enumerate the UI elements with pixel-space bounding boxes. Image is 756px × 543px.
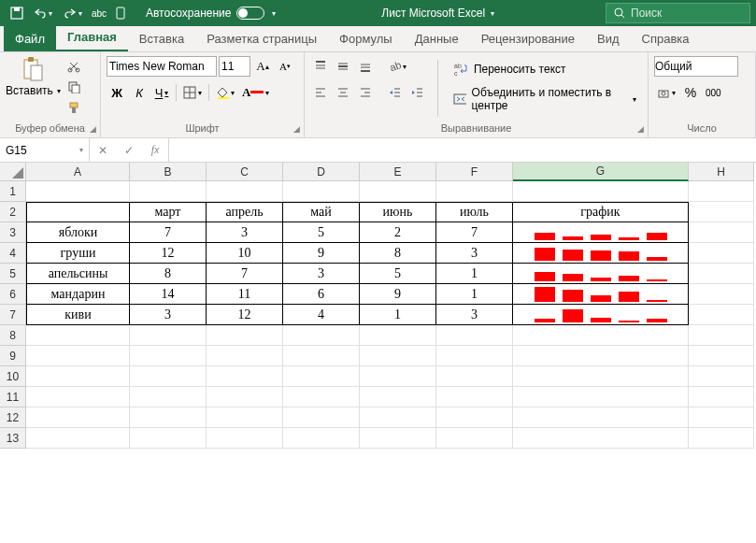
font-name-select[interactable] — [107, 56, 217, 77]
cell-B3[interactable]: 7 — [130, 222, 207, 243]
cell-E6[interactable]: 9 — [360, 284, 436, 305]
cell-B2[interactable]: март — [130, 202, 207, 222]
cell-B5[interactable]: 8 — [130, 264, 207, 284]
tab-layout[interactable]: Разметка страницы — [195, 26, 328, 51]
cell-B12[interactable] — [130, 407, 207, 428]
cell-D6[interactable]: 6 — [283, 284, 360, 305]
cell-D13[interactable] — [283, 428, 360, 449]
cell-C11[interactable] — [207, 387, 283, 407]
cell-D5[interactable]: 3 — [283, 264, 360, 284]
bold-button[interactable]: Ж — [107, 82, 127, 103]
cell-B13[interactable] — [130, 428, 207, 449]
column-header-E[interactable]: E — [360, 163, 436, 181]
row-header-8[interactable]: 8 — [0, 325, 26, 346]
cell-E8[interactable] — [360, 325, 436, 346]
cell-C9[interactable] — [207, 346, 283, 366]
align-bottom-icon[interactable] — [355, 56, 376, 77]
row-header-13[interactable]: 13 — [0, 428, 26, 449]
row-header-2[interactable]: 2 — [0, 202, 26, 222]
cell-D2[interactable]: май — [283, 202, 360, 222]
cell-F7[interactable]: 3 — [436, 305, 513, 325]
font-color-button[interactable]: A▾ — [239, 82, 272, 103]
enter-formula-icon[interactable]: ✓ — [116, 144, 142, 157]
row-header-4[interactable]: 4 — [0, 243, 26, 264]
search-box[interactable]: Поиск — [606, 3, 750, 23]
cell-A4[interactable]: груши — [26, 243, 130, 264]
align-middle-icon[interactable] — [333, 56, 353, 77]
cell-E9[interactable] — [360, 346, 436, 366]
cell-B10[interactable] — [130, 366, 207, 387]
font-size-select[interactable] — [219, 56, 250, 77]
cell-E1[interactable] — [360, 181, 436, 202]
cell-G11[interactable] — [513, 387, 689, 407]
column-header-A[interactable]: A — [26, 163, 130, 181]
cell-B6[interactable]: 14 — [130, 284, 207, 305]
row-header-6[interactable]: 6 — [0, 284, 26, 305]
tab-formulas[interactable]: Формулы — [328, 26, 404, 51]
cell-H7[interactable] — [689, 305, 754, 325]
tab-file[interactable]: Файл — [4, 26, 56, 51]
copy-icon[interactable] — [64, 79, 83, 95]
align-center-icon[interactable] — [333, 82, 353, 103]
cell-A10[interactable] — [26, 366, 130, 387]
cell-H5[interactable] — [689, 264, 754, 284]
merge-center-button[interactable]: Объединить и поместить в центре ▾ — [448, 84, 642, 114]
column-header-H[interactable]: H — [689, 163, 754, 181]
thousands-button[interactable]: 000 — [703, 82, 724, 103]
cell-D4[interactable]: 9 — [283, 243, 360, 264]
paste-button[interactable]: Вставить▾ — [6, 84, 61, 97]
cell-F1[interactable] — [436, 181, 513, 202]
undo-button[interactable]: ▾ — [30, 4, 56, 22]
format-painter-icon[interactable] — [64, 99, 83, 116]
cell-F3[interactable]: 7 — [436, 222, 513, 243]
cell-B8[interactable] — [130, 325, 207, 346]
cell-D11[interactable] — [283, 387, 360, 407]
cell-A11[interactable] — [26, 387, 130, 407]
increase-font-icon[interactable]: A▴ — [252, 56, 273, 77]
cell-E10[interactable] — [360, 366, 436, 387]
cell-G3[interactable] — [513, 222, 689, 243]
align-left-icon[interactable] — [310, 82, 331, 103]
borders-button[interactable]: ▾ — [180, 82, 205, 103]
tab-data[interactable]: Данные — [404, 26, 470, 51]
cell-H6[interactable] — [689, 284, 754, 305]
cell-G13[interactable] — [513, 428, 689, 449]
cell-C4[interactable]: 10 — [207, 243, 283, 264]
cell-C3[interactable]: 3 — [207, 222, 283, 243]
cell-D12[interactable] — [283, 407, 360, 428]
cell-B11[interactable] — [130, 387, 207, 407]
cell-A6[interactable]: мандарин — [26, 284, 130, 305]
increase-indent-icon[interactable] — [407, 82, 428, 103]
cell-F6[interactable]: 1 — [436, 284, 513, 305]
cell-B4[interactable]: 12 — [130, 243, 207, 264]
cell-H12[interactable] — [689, 407, 754, 428]
cell-F4[interactable]: 3 — [436, 243, 513, 264]
cell-H9[interactable] — [689, 346, 754, 366]
cell-F5[interactable]: 1 — [436, 264, 513, 284]
cell-E7[interactable]: 1 — [360, 305, 436, 325]
cell-C6[interactable]: 11 — [207, 284, 283, 305]
cell-H2[interactable] — [689, 202, 754, 222]
cell-C8[interactable] — [207, 325, 283, 346]
cell-B9[interactable] — [130, 346, 207, 366]
formula-input[interactable] — [169, 138, 756, 162]
orientation-button[interactable]: ab▾ — [385, 56, 409, 77]
decrease-indent-icon[interactable] — [385, 82, 406, 103]
paste-icon[interactable] — [20, 56, 46, 82]
cell-A9[interactable] — [26, 346, 130, 366]
cell-G1[interactable] — [513, 181, 689, 202]
tab-help[interactable]: Справка — [631, 26, 701, 51]
save-icon[interactable] — [7, 4, 26, 22]
redo-button[interactable]: ▾ — [60, 4, 86, 22]
cancel-formula-icon[interactable]: ✕ — [90, 144, 116, 157]
cell-C10[interactable] — [207, 366, 283, 387]
cell-E3[interactable]: 2 — [360, 222, 436, 243]
autosave-toggle[interactable] — [236, 7, 264, 20]
underline-button[interactable]: Ч ▾ — [151, 82, 172, 103]
name-box[interactable]: G15 ▾ — [0, 138, 90, 162]
row-header-3[interactable]: 3 — [0, 222, 26, 243]
cell-D8[interactable] — [283, 325, 360, 346]
cell-E11[interactable] — [360, 387, 436, 407]
cell-A2[interactable] — [26, 202, 130, 222]
cell-E2[interactable]: июнь — [360, 202, 436, 222]
